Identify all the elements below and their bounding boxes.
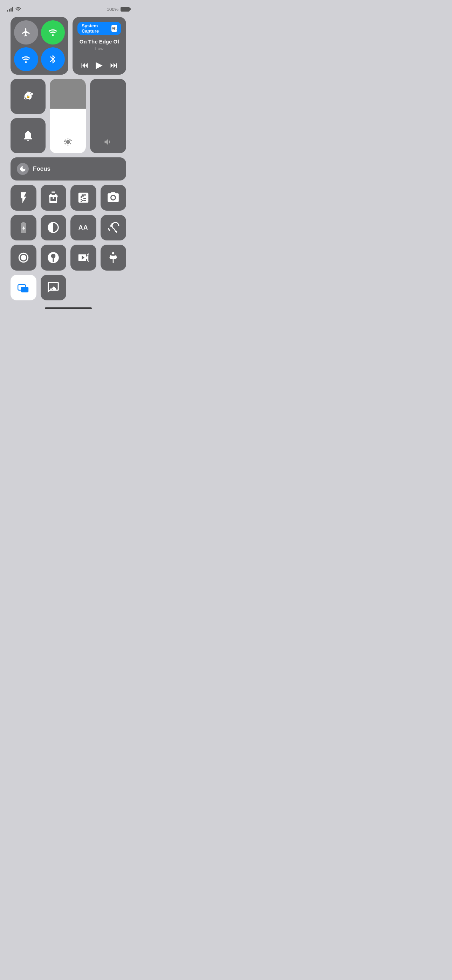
svg-point-11 xyxy=(112,252,114,254)
row-connectivity-nowplaying: System Capture On The Edge Of Low ⏮ ▶ ⏭ xyxy=(11,17,126,75)
text-size-button[interactable]: AA xyxy=(70,215,96,241)
camera-button[interactable] xyxy=(100,185,126,211)
svg-point-7 xyxy=(21,255,26,261)
signal-strength xyxy=(7,7,13,11)
orientation-lock-button[interactable]: 🔒 xyxy=(11,79,46,114)
status-right: 100% xyxy=(107,7,130,12)
focus-row: Focus xyxy=(11,158,126,180)
icon-grid-row1 xyxy=(11,185,126,211)
shazam-button[interactable] xyxy=(41,245,67,270)
quick-note-button[interactable] xyxy=(41,275,67,301)
wifi-status-icon xyxy=(16,7,21,11)
focus-label: Focus xyxy=(33,165,51,172)
battery-percent: 100% xyxy=(107,7,118,12)
aa-text-label: AA xyxy=(78,224,88,231)
accessibility-button[interactable] xyxy=(100,245,126,270)
now-playing-app-pill: System Capture xyxy=(78,22,121,35)
screen-record-button[interactable] xyxy=(11,245,37,270)
bluetooth-button[interactable] xyxy=(41,47,65,72)
volume-slider[interactable] xyxy=(90,79,126,153)
low-power-button[interactable] xyxy=(11,215,37,241)
connectivity-block xyxy=(11,17,68,75)
calculator-button[interactable] xyxy=(70,185,96,211)
row-sliders: 🔒 xyxy=(11,79,126,153)
svg-line-9 xyxy=(87,261,89,261)
brightness-slider[interactable] xyxy=(50,79,86,153)
moon-icon xyxy=(17,163,29,175)
flashlight-button[interactable] xyxy=(11,185,37,211)
svg-point-1 xyxy=(115,28,116,29)
timer-button[interactable] xyxy=(41,185,67,211)
focus-button[interactable]: Focus xyxy=(11,158,126,180)
sound-recognition-button[interactable] xyxy=(70,245,96,270)
now-playing-song: On The Edge Of xyxy=(78,38,121,45)
icon-grid-row2: AA xyxy=(11,215,126,241)
dark-mode-button[interactable] xyxy=(41,215,67,241)
home-indicator xyxy=(45,307,92,309)
fast-forward-button[interactable]: ⏭ xyxy=(110,60,118,70)
status-bar: 100% xyxy=(0,0,137,17)
wifi-toggle-button[interactable] xyxy=(14,47,38,72)
airplane-mode-button[interactable] xyxy=(14,20,38,45)
svg-point-10 xyxy=(86,256,88,258)
sliders-area xyxy=(50,79,126,153)
svg-rect-0 xyxy=(113,27,113,29)
icon-grid-row4 xyxy=(11,275,126,301)
play-button[interactable]: ▶ xyxy=(95,60,103,70)
svg-rect-14 xyxy=(21,287,29,293)
control-center: System Capture On The Edge Of Low ⏮ ▶ ⏭ xyxy=(5,17,131,301)
now-playing-artist: Low xyxy=(78,46,121,51)
now-playing-block[interactable]: System Capture On The Edge Of Low ⏮ ▶ ⏭ xyxy=(73,17,126,75)
battery-icon xyxy=(121,7,130,11)
hearing-button[interactable] xyxy=(100,215,126,241)
now-playing-app-row: System Capture xyxy=(78,22,121,35)
svg-line-8 xyxy=(87,254,89,255)
icon-grid-row3 xyxy=(11,245,126,270)
rewind-button[interactable]: ⏮ xyxy=(81,60,89,70)
small-buttons: 🔒 xyxy=(11,79,46,153)
speaker-icon xyxy=(111,25,117,32)
mute-button[interactable] xyxy=(11,118,46,153)
cellular-data-button[interactable] xyxy=(41,20,65,45)
svg-text:🔒: 🔒 xyxy=(26,94,30,99)
now-playing-controls: ⏮ ▶ ⏭ xyxy=(78,60,121,70)
status-left xyxy=(7,7,21,11)
screen-mirroring-button[interactable] xyxy=(11,275,37,301)
now-playing-app-name: System Capture xyxy=(82,23,109,33)
svg-line-2 xyxy=(116,27,116,28)
svg-line-3 xyxy=(116,29,116,29)
